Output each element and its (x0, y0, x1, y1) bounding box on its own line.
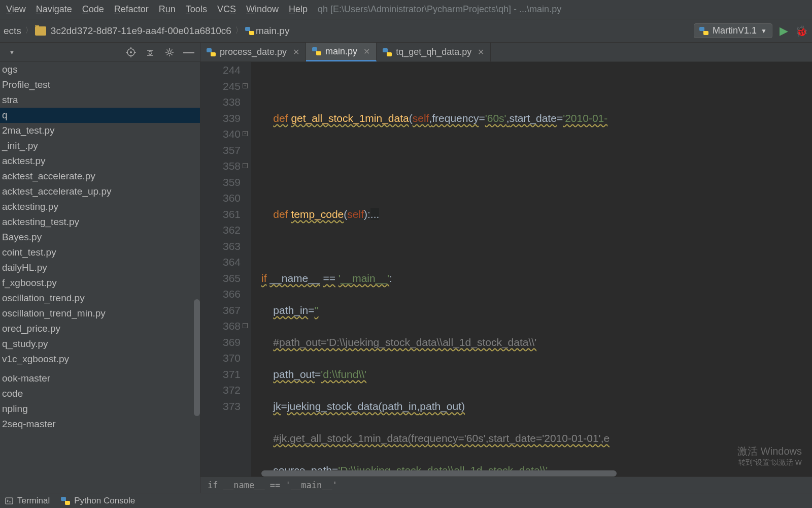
line-number[interactable]: 360 (200, 190, 241, 206)
line-number[interactable]: 365 (200, 270, 241, 287)
line-number[interactable]: 369 (200, 334, 241, 351)
line-number[interactable]: 368- (200, 318, 241, 334)
line-number[interactable]: 367 (200, 302, 241, 319)
line-number[interactable]: 370 (200, 350, 241, 366)
menu-run[interactable]: Run (154, 2, 181, 17)
run-config-label: MartinV1.1 (713, 25, 757, 36)
code-area[interactable]: 244245+338339340+357358▶-359360361362363… (200, 62, 812, 477)
tree-item[interactable]: acktesting.py (0, 199, 200, 214)
fold-icon[interactable]: + (243, 131, 248, 136)
crumb-folder[interactable]: 3c2dd372-8d87-11e9-aa4f-00e01a6810c6 (49, 25, 233, 37)
line-number[interactable]: 358▶- (200, 158, 241, 174)
line-number[interactable]: 361 (200, 206, 241, 223)
line-number[interactable]: 245+ (200, 78, 241, 94)
terminal-icon (5, 497, 13, 505)
tree-item[interactable]: q (0, 108, 200, 123)
line-number[interactable]: 339 (200, 110, 241, 126)
terminal-tool[interactable]: Terminal (5, 496, 50, 506)
menu-view[interactable]: View (1, 2, 31, 17)
tree-item[interactable]: q_study.py (0, 336, 200, 352)
close-tab-icon[interactable]: ✕ (293, 47, 299, 57)
toolbar-right: MartinV1.1 ▼ ▶ 🐞 (694, 23, 810, 38)
tree-item[interactable]: Profile_test (0, 77, 200, 92)
crumb-projects[interactable]: ects (2, 25, 23, 37)
python-file-icon (312, 47, 321, 56)
tree-item[interactable]: ook-master (0, 371, 200, 386)
menubar: View Navigate Code Refactor Run Tools VC… (0, 0, 812, 19)
gear-icon[interactable] (164, 47, 175, 57)
editor-breadcrumb[interactable]: if __name__ == '__main__' (200, 477, 812, 493)
line-number[interactable]: 371 (200, 366, 241, 383)
tree-item[interactable]: acktest_accelerate.py (0, 169, 200, 184)
python-file-icon (383, 48, 392, 57)
locate-icon[interactable] (126, 47, 136, 57)
menu-navigate[interactable]: Navigate (31, 2, 77, 17)
run-config-selector[interactable]: MartinV1.1 ▼ (694, 23, 772, 38)
tree-item[interactable]: acktest.py (0, 153, 200, 169)
close-tab-icon[interactable]: ✕ (478, 47, 484, 57)
fold-icon[interactable]: - (243, 323, 248, 328)
menu-help[interactable]: Help (284, 2, 313, 17)
crumb-file[interactable]: main.py (254, 25, 291, 37)
tree-item[interactable]: ogs (0, 62, 200, 77)
navigation-bar: ects 〉 3c2dd372-8d87-11e9-aa4f-00e01a681… (0, 19, 812, 43)
editor-tab[interactable]: tq_get_qh_data.py✕ (377, 43, 491, 61)
tree-item[interactable]: f_xgboost.py (0, 275, 200, 291)
horizontal-scrollbar[interactable] (261, 470, 617, 477)
tree-item[interactable]: 2seq-master (0, 417, 200, 432)
tree-item[interactable]: Bayes.py (0, 230, 200, 245)
fold-icon[interactable]: - (243, 163, 248, 168)
line-number[interactable]: 244 (200, 62, 241, 78)
python-icon (699, 26, 708, 36)
debug-button[interactable]: 🐞 (795, 25, 808, 37)
tree-item[interactable]: oscillation_trend_min.py (0, 306, 200, 321)
tree-item[interactable]: npling (0, 401, 200, 417)
tree-item[interactable]: acktest_accelerate_up.py (0, 184, 200, 199)
line-number[interactable]: 366 (200, 286, 241, 302)
svg-point-8 (168, 51, 171, 54)
code-text[interactable]: def get_all_stock_1min_data(self,frequen… (251, 62, 812, 477)
fold-icon[interactable]: + (243, 83, 248, 88)
python-file-icon (207, 48, 216, 57)
minimize-icon[interactable]: — (184, 47, 194, 57)
python-console-tool[interactable]: Python Console (61, 496, 135, 506)
editor-tab[interactable]: main.py✕ (306, 43, 377, 61)
line-number[interactable]: 359 (200, 174, 241, 190)
tree-item[interactable]: 2ma_test.py (0, 123, 200, 138)
line-number[interactable]: 338 (200, 94, 241, 110)
tree-item[interactable]: acktesting_test.py (0, 214, 200, 230)
editor-tab[interactable]: process_date.py✕ (200, 43, 306, 61)
menu-refactor[interactable]: Refactor (109, 2, 154, 17)
editor-tabs: process_date.py✕main.py✕tq_get_qh_data.p… (200, 43, 812, 62)
collapse-icon[interactable] (145, 47, 155, 57)
tree-item[interactable] (0, 432, 200, 436)
scope-dropdown[interactable]: ▼ (9, 48, 18, 57)
tree-item[interactable]: code (0, 386, 200, 401)
menu-vcs[interactable]: VCS (212, 2, 241, 17)
close-tab-icon[interactable]: ✕ (363, 47, 370, 56)
line-number[interactable]: 362 (200, 222, 241, 238)
tree-item[interactable]: stra (0, 92, 200, 108)
line-number[interactable]: 340+ (200, 126, 241, 142)
tree-item[interactable]: _init_.py (0, 138, 200, 153)
python-file-icon (245, 26, 254, 36)
line-number[interactable]: 364 (200, 254, 241, 270)
tree-item[interactable]: v1c_xgboost.py (0, 352, 200, 367)
menu-tools[interactable]: Tools (181, 2, 212, 17)
gutter[interactable]: 244245+338339340+357358▶-359360361362363… (200, 62, 251, 477)
chevron-right-icon: 〉 (235, 25, 243, 36)
line-number[interactable]: 363 (200, 238, 241, 255)
project-tree[interactable]: ogsProfile_teststraq2ma_test.py_init_.py… (0, 62, 200, 493)
tree-item[interactable]: ored_price.py (0, 321, 200, 336)
menu-code[interactable]: Code (77, 2, 109, 17)
line-number[interactable]: 373 (200, 398, 241, 415)
run-button[interactable]: ▶ (780, 24, 788, 38)
line-number[interactable]: 372 (200, 382, 241, 398)
tree-item[interactable]: coint_test.py (0, 245, 200, 260)
menu-window[interactable]: Window (241, 2, 284, 17)
tree-item[interactable] (0, 367, 200, 371)
line-number[interactable]: 357 (200, 142, 241, 158)
tree-item[interactable]: oscillation_trend.py (0, 291, 200, 306)
scrollbar-thumb[interactable] (194, 299, 200, 416)
tree-item[interactable]: dailyHL.py (0, 260, 200, 275)
